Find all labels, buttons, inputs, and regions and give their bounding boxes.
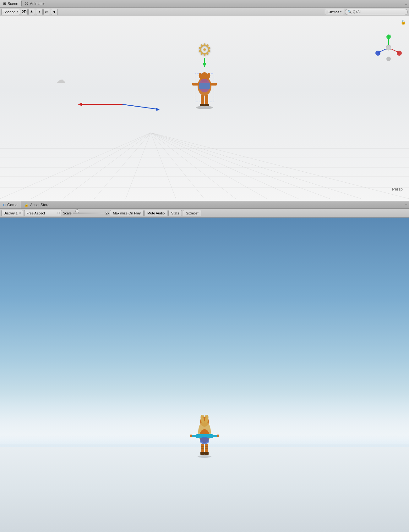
svg-rect-39 [199, 83, 210, 89]
svg-rect-68 [200, 452, 204, 455]
shading-label: Shaded [3, 10, 15, 14]
svg-line-1 [31, 133, 151, 199]
image-icon: ▭ [45, 10, 48, 14]
svg-line-11 [151, 133, 361, 199]
game-character-group [190, 415, 219, 460]
game-panel-menu[interactable]: ≡ [405, 202, 409, 208]
mute-label: Mute Audio [147, 211, 165, 215]
2d-button[interactable]: 2D [21, 9, 28, 15]
game-viewport [0, 218, 409, 532]
svg-point-46 [196, 106, 213, 109]
cloud-icon: ☁ [57, 75, 65, 85]
svg-line-3 [94, 133, 151, 199]
game-panel: C Game 🔒 Asset Store ≡ Display 1 ⬡ Free … [0, 201, 409, 532]
svg-rect-40 [192, 83, 199, 86]
game-tab-icon: C [3, 203, 6, 207]
audio-icon: ♪ [38, 10, 40, 14]
gizmo-svg: y [374, 34, 403, 62]
search-icon: 🔍 [348, 10, 352, 14]
stats-button[interactable]: Stats [168, 210, 182, 216]
svg-rect-70 [201, 446, 204, 447]
tab-scene[interactable]: ⊞ Scene [0, 0, 21, 7]
sun-gear-icon: ⚙ [197, 42, 212, 58]
tab-game[interactable]: C Game [0, 201, 21, 208]
svg-line-49 [123, 104, 157, 109]
svg-line-8 [151, 133, 267, 199]
svg-line-0 [0, 133, 151, 199]
svg-marker-48 [78, 103, 82, 106]
scene-character-svg [186, 67, 223, 111]
persp-label: Persp [392, 187, 403, 191]
scale-label: Scale [63, 211, 72, 215]
animator-tab-label: Animator [30, 2, 45, 6]
shading-chevron: ▾ [17, 10, 18, 13]
svg-rect-73 [205, 448, 208, 449]
svg-point-28 [375, 51, 380, 56]
gizmos-chevron: ▾ [340, 10, 341, 13]
stats-label: Stats [171, 211, 179, 215]
scene-axis-arrows [75, 89, 170, 120]
game-tab-bar: C Game 🔒 Asset Store ≡ [0, 201, 409, 209]
svg-rect-71 [201, 448, 204, 449]
svg-point-61 [200, 437, 209, 444]
audio-button[interactable]: ♪ [36, 9, 43, 15]
2d-label: 2D [22, 10, 26, 14]
search-bar[interactable]: 🔍 Q▾All [345, 9, 408, 15]
svg-rect-69 [204, 452, 209, 455]
svg-rect-72 [205, 446, 208, 447]
maximize-label: Maximize On Play [113, 211, 141, 215]
svg-rect-43 [205, 95, 208, 104]
game-character-svg [190, 415, 219, 459]
svg-line-2 [63, 133, 151, 199]
svg-rect-42 [201, 95, 204, 104]
svg-point-30 [386, 45, 391, 50]
sun-button[interactable]: ☀ [28, 9, 35, 15]
scene-viewport: .gl{stroke:#ccc;stroke-width:0.8;opacity… [0, 16, 409, 201]
gizmo-cube[interactable]: y [374, 34, 403, 62]
scene-tab-icon: ⊞ [3, 2, 6, 6]
display-dropdown[interactable]: Display 1 ⬡ [1, 210, 23, 216]
lock-icon[interactable]: 🔒 [401, 19, 406, 25]
image-extra-button[interactable]: ▾ [51, 9, 58, 15]
aspect-dropdown[interactable]: Free Aspect ⬡ [24, 210, 62, 216]
game-gizmos-button[interactable]: Gizmos ▾ [183, 210, 201, 216]
svg-line-9 [151, 133, 298, 199]
svg-line-7 [151, 133, 236, 199]
gizmos-label: Gizmos [328, 10, 339, 14]
game-gizmos-label: Gizmos [186, 211, 197, 215]
maximize-on-play-button[interactable]: Maximize On Play [110, 210, 144, 216]
svg-marker-32 [203, 63, 206, 67]
svg-point-45 [204, 104, 209, 106]
tab-asset-store[interactable]: 🔒 Asset Store [21, 201, 53, 208]
scene-character-group: ⚙ [186, 42, 223, 111]
game-toolbar: Display 1 ⬡ Free Aspect ⬡ Scale 2x Maxim… [0, 209, 409, 218]
svg-line-12 [151, 133, 409, 199]
scale-slider-container[interactable] [73, 211, 104, 216]
scene-tab-bar: ⊞ Scene ⌘ Animator ≡ [0, 0, 409, 8]
scene-toolbar: Shaded ▾ 2D ☀ ♪ ▭ ▾ Gizmos ▾ 🔍 Q▾All [0, 8, 409, 16]
tab-animator[interactable]: ⌘ Animator [22, 0, 48, 7]
shading-dropdown[interactable]: Shaded ▾ [1, 9, 20, 15]
game-tab-label: Game [7, 203, 18, 207]
asset-store-label: Asset Store [30, 203, 50, 207]
animator-tab-icon: ⌘ [25, 2, 28, 6]
aspect-label: Free Aspect [26, 211, 45, 215]
scale-value: 2x [106, 211, 109, 215]
sun-icon: ☀ [30, 10, 33, 14]
scale-slider-thumb[interactable] [75, 209, 79, 213]
aspect-chevron: ⬡ [57, 212, 60, 214]
panel-menu-icon: ≡ [405, 202, 407, 208]
svg-point-27 [397, 51, 402, 56]
display-label: Display 1 [3, 211, 18, 215]
svg-point-29 [386, 57, 391, 61]
scene-panel: ⊞ Scene ⌘ Animator ≡ Shaded ▾ 2D ☀ ♪ ▭ ▾ [0, 0, 409, 201]
scene-panel-menu-icon[interactable]: ≡ [405, 1, 409, 6]
image-button[interactable]: ▭ [43, 9, 50, 15]
gizmos-button[interactable]: Gizmos ▾ [325, 9, 344, 15]
asset-store-icon: 🔒 [24, 203, 29, 207]
mute-audio-button[interactable]: Mute Audio [145, 210, 167, 216]
svg-rect-41 [210, 83, 217, 86]
svg-point-44 [200, 104, 205, 106]
scale-control: Scale 2x [63, 211, 109, 216]
svg-point-26 [386, 35, 391, 39]
